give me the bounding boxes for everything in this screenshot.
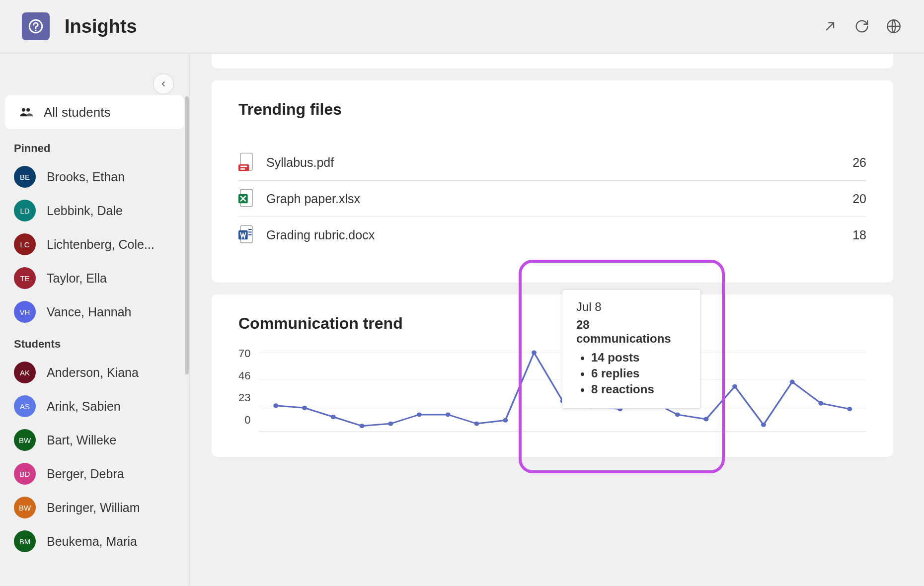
- communication-trend-card: Communication trend Jul 8 28 communicati…: [212, 294, 893, 457]
- student-name: Anderson, Kiana: [47, 366, 139, 380]
- svg-point-31: [704, 417, 709, 422]
- svg-point-4: [26, 108, 30, 112]
- sidebar-item-student[interactable]: BEBrooks, Ethan: [0, 160, 189, 194]
- sidebar-item-student[interactable]: LCLichtenberg, Cole...: [0, 227, 189, 261]
- svg-point-23: [474, 422, 479, 426]
- expand-icon[interactable]: [822, 18, 839, 35]
- file-row[interactable]: Grading rubric.docx18: [238, 217, 866, 253]
- chart-tooltip: Jul 8 28 communications 14 posts6 replie…: [562, 290, 701, 409]
- student-name: Brooks, Ethan: [47, 170, 125, 184]
- pdf-icon: [238, 152, 254, 172]
- svg-point-36: [847, 407, 852, 411]
- avatar: LD: [14, 200, 36, 221]
- file-name: Graph paper.xlsx: [266, 192, 360, 206]
- card-top-slice: [212, 54, 893, 69]
- avatar: AK: [14, 362, 36, 383]
- svg-point-25: [532, 351, 537, 355]
- main-content: Trending files Syllabus.pdf26Graph paper…: [190, 54, 924, 586]
- svg-rect-15: [248, 234, 252, 235]
- svg-point-21: [417, 412, 422, 417]
- student-name: Lebbink, Dale: [47, 204, 123, 218]
- svg-point-32: [733, 384, 738, 389]
- file-row[interactable]: Syllabus.pdf26: [238, 145, 866, 181]
- svg-point-18: [331, 415, 336, 419]
- student-name: Berger, Debra: [47, 467, 124, 481]
- sidebar-item-student[interactable]: AKAnderson, Kiana: [0, 356, 189, 389]
- sidebar: All students Pinned BEBrooks, EthanLDLeb…: [0, 54, 190, 586]
- tooltip-item: 6 replies: [591, 366, 687, 380]
- sidebar-item-all-students[interactable]: All students: [5, 95, 184, 129]
- y-tick: 46: [238, 369, 250, 382]
- svg-point-33: [761, 423, 766, 427]
- svg-rect-8: [240, 168, 245, 170]
- svg-rect-13: [248, 229, 252, 230]
- student-name: Bart, Willeke: [47, 433, 116, 447]
- student-name: Lichtenberg, Cole...: [47, 237, 154, 252]
- sidebar-item-student[interactable]: ASArink, Sabien: [0, 389, 189, 423]
- sidebar-header-pinned: Pinned: [0, 133, 189, 160]
- sidebar-header-students: Students: [0, 329, 189, 356]
- sidebar-item-student[interactable]: TETaylor, Ella: [0, 261, 189, 295]
- trending-files-card: Trending files Syllabus.pdf26Graph paper…: [212, 80, 893, 283]
- sidebar-item-student[interactable]: VHVance, Hannah: [0, 295, 189, 329]
- svg-point-17: [303, 406, 308, 410]
- sidebar-item-student[interactable]: BMBeukema, Maria: [0, 524, 189, 558]
- y-tick: 0: [244, 414, 250, 427]
- chart-y-axis: 7046230: [238, 347, 259, 427]
- svg-point-3: [22, 108, 25, 112]
- student-name: Taylor, Ella: [47, 271, 107, 286]
- svg-point-1: [35, 30, 36, 31]
- student-name: Beringer, William: [47, 501, 140, 515]
- avatar: AS: [14, 395, 36, 417]
- sidebar-item-label: All students: [44, 105, 110, 120]
- svg-point-22: [446, 412, 451, 417]
- file-count: 20: [852, 192, 866, 206]
- avatar: BM: [14, 530, 36, 552]
- file-name: Syllabus.pdf: [266, 155, 334, 170]
- sidebar-item-student[interactable]: BWBart, Willeke: [0, 423, 189, 457]
- svg-rect-7: [240, 166, 247, 167]
- avatar: BW: [14, 429, 36, 451]
- avatar: VH: [14, 301, 36, 323]
- top-bar: Insights: [0, 0, 924, 54]
- refresh-icon[interactable]: [853, 18, 870, 35]
- communication-trend-title: Communication trend: [238, 314, 866, 333]
- svg-point-30: [675, 412, 680, 417]
- docx-icon: [238, 225, 254, 245]
- svg-point-24: [503, 418, 508, 423]
- y-tick: 70: [238, 347, 250, 360]
- file-name: Grading rubric.docx: [266, 228, 375, 242]
- avatar: TE: [14, 267, 36, 289]
- sidebar-item-student[interactable]: BWBeringer, William: [0, 491, 189, 524]
- file-row[interactable]: Graph paper.xlsx20: [238, 181, 866, 217]
- student-name: Vance, Hannah: [47, 305, 132, 319]
- file-count: 26: [852, 155, 866, 170]
- page-title: Insights: [65, 16, 137, 37]
- avatar: BW: [14, 497, 36, 518]
- tooltip-item: 8 reactions: [591, 382, 687, 396]
- app-icon: [22, 12, 50, 40]
- avatar: BE: [14, 166, 36, 188]
- sidebar-item-student[interactable]: BDBerger, Debra: [0, 457, 189, 491]
- tooltip-headline: 28 communications: [576, 318, 687, 346]
- y-tick: 23: [238, 391, 250, 404]
- svg-rect-6: [238, 164, 249, 171]
- svg-point-19: [360, 424, 365, 428]
- xlsx-icon: [238, 189, 254, 209]
- student-name: Arink, Sabien: [47, 399, 121, 414]
- people-icon: [19, 105, 33, 119]
- avatar: BD: [14, 463, 36, 485]
- avatar: LC: [14, 233, 36, 255]
- file-count: 18: [852, 228, 866, 242]
- globe-icon[interactable]: [885, 18, 902, 35]
- tooltip-date: Jul 8: [576, 300, 687, 314]
- scrollbar[interactable]: [185, 96, 189, 374]
- svg-point-20: [388, 422, 393, 426]
- sidebar-item-student[interactable]: LDLebbink, Dale: [0, 194, 189, 227]
- student-name: Beukema, Maria: [47, 534, 137, 549]
- svg-rect-14: [248, 231, 252, 232]
- svg-point-35: [819, 401, 824, 406]
- svg-point-16: [274, 403, 279, 408]
- tooltip-item: 14 posts: [591, 351, 687, 365]
- collapse-sidebar-button[interactable]: [153, 73, 174, 94]
